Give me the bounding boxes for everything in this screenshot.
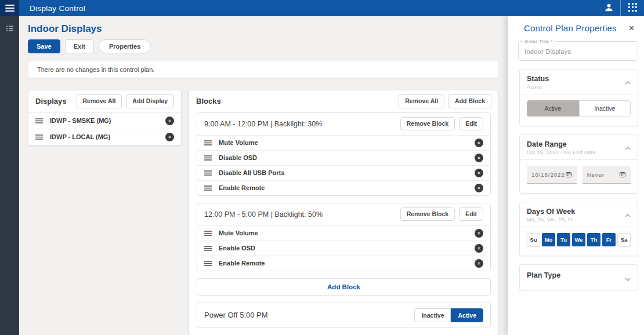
start-date-input[interactable]: 10/18/2022 [527,166,577,184]
drag-handle-icon[interactable] [204,246,212,251]
exit-button[interactable]: Exit [65,39,94,53]
plan-title-input[interactable]: Enter Title * Indoor Displays [518,41,638,61]
user-account-button[interactable] [597,0,620,16]
properties-button[interactable]: Properties [99,39,151,53]
top-app-bar: Display Control [0,0,644,16]
block-action-label: Enable Remote [219,260,265,267]
plan-title-input-label: Enter Title * [523,39,555,44]
day-button-tu[interactable]: Tu [557,233,570,246]
status-toggle: Active Inactive [527,100,631,116]
block-action-label: Disable OSD [219,154,257,161]
block-action-row: Disable All USB Ports ✕ [197,165,490,180]
main-content: Indoor Displays Save Exit Properties The… [19,16,508,335]
save-button[interactable]: Save [28,39,60,53]
drag-handle-icon[interactable] [204,185,212,191]
date-range-title: Date Range [527,140,596,148]
person-icon [604,2,614,14]
power-off-inactive-button[interactable]: Inactive [414,308,451,322]
block-action-row: Enable OSD ✕ [197,241,490,256]
schedule-block: 12:00 PM - 5:00 PM | Backlight: 50% Remo… [197,203,491,271]
displays-panel: Displays Remove All Add Display IDWP - S… [28,90,182,145]
day-button-we[interactable]: We [572,233,585,246]
toolbar: Save Exit Properties [28,39,499,53]
plan-list-button[interactable] [0,20,19,39]
status-subtitle: Active [527,84,549,90]
day-button-sa[interactable]: Sa [617,233,631,246]
hamburger-icon [5,5,15,12]
remove-display-button[interactable]: ✕ [165,133,174,141]
date-range-section: Date Range Oct 18, 2022 - No End Date 10… [519,134,638,194]
add-block-button[interactable]: Add Block [448,94,491,108]
block-action-row: Enable Remote ✕ [197,180,490,195]
blocks-remove-all-button[interactable]: Remove All [399,94,444,108]
remove-action-button[interactable]: ✕ [475,154,483,162]
block-action-row: Mute Volume ✕ [197,225,490,241]
status-active-button[interactable]: Active [527,100,579,116]
drag-handle-icon[interactable] [35,134,43,140]
blocks-panel-title: Blocks [196,97,221,105]
chevron-up-icon [625,207,631,220]
plan-type-section-header[interactable]: Plan Type [520,265,638,290]
menu-button[interactable] [0,0,19,16]
plan-type-title: Plan Type [527,271,560,279]
plan-type-section: Plan Type [519,264,638,290]
chevron-up-icon [625,140,631,152]
block-action-row: Disable OSD ✕ [197,150,490,165]
block-action-row: Enable Remote ✕ [197,256,490,271]
power-off-toggle: Inactive Active [414,308,483,322]
list-icon [5,24,15,35]
drag-handle-icon[interactable] [35,118,43,123]
add-block-inline-button[interactable]: Add Block [197,278,491,296]
chevron-down-icon [625,271,631,283]
remove-action-button[interactable]: ✕ [475,244,483,253]
block-action-label: Enable Remote [219,184,265,191]
remove-action-button[interactable]: ✕ [475,184,483,192]
block-action-label: Enable OSD [219,245,255,252]
calendar-icon[interactable] [619,171,626,178]
drag-handle-icon[interactable] [204,231,212,236]
no-changes-alert: There are no changes in this control pla… [28,61,499,78]
drag-handle-icon[interactable] [204,261,212,266]
day-button-th[interactable]: Th [587,233,600,246]
remove-block-button[interactable]: Remove Block [400,117,455,131]
left-sidebar [0,16,19,335]
remove-block-button[interactable]: Remove Block [400,207,455,221]
calendar-icon[interactable] [565,171,572,178]
plan-title-input-value: Indoor Displays [524,48,632,55]
days-of-week-buttons: Su Mo Tu We Th Fr Sa [527,233,631,246]
remove-action-button[interactable]: ✕ [475,139,483,147]
displays-remove-all-button[interactable]: Remove All [77,94,122,108]
display-row: IDWP - SMSKE (MG) ✕ [28,112,181,129]
status-inactive-button[interactable]: Inactive [579,100,631,116]
days-of-week-section-header[interactable]: Days Of Week Mo, Tu, We, Th, Fr [520,202,638,227]
app-title: Display Control [30,4,85,13]
page-title: Indoor Displays [28,23,499,35]
remove-display-button[interactable]: ✕ [165,116,174,125]
close-icon[interactable]: ✕ [628,24,635,32]
block-header: 9:00 AM - 12:00 PM | Backlight: 30% [204,120,322,128]
drag-handle-icon[interactable] [204,155,212,161]
remove-action-button[interactable]: ✕ [475,229,483,238]
day-button-fr[interactable]: Fr [602,233,616,246]
block-action-label: Disable All USB Ports [219,169,284,176]
remove-action-button[interactable]: ✕ [475,169,483,177]
display-name: IDWP - SMSKE (MG) [50,117,111,124]
day-button-mo[interactable]: Mo [542,233,555,246]
drag-handle-icon[interactable] [204,140,212,145]
displays-panel-title: Displays [35,97,66,105]
power-off-row: Power Off 5:00 PM Inactive Active [197,303,491,328]
end-date-input[interactable]: Never [583,166,631,184]
apps-grid-button[interactable] [621,0,644,16]
schedule-block: 9:00 AM - 12:00 PM | Backlight: 30% Remo… [197,112,491,196]
status-section-header[interactable]: Status Active [520,70,638,94]
drag-handle-icon[interactable] [204,170,212,176]
date-range-section-header[interactable]: Date Range Oct 18, 2022 - No End Date [520,135,638,159]
edit-block-button[interactable]: Edit [459,207,483,221]
power-off-active-button[interactable]: Active [451,308,483,322]
day-button-su[interactable]: Su [527,233,540,246]
status-section: Status Active Active Inactive [519,69,638,126]
apps-grid-icon [628,3,637,14]
remove-action-button[interactable]: ✕ [475,259,483,268]
add-display-button[interactable]: Add Display [126,94,174,108]
edit-block-button[interactable]: Edit [459,117,483,131]
